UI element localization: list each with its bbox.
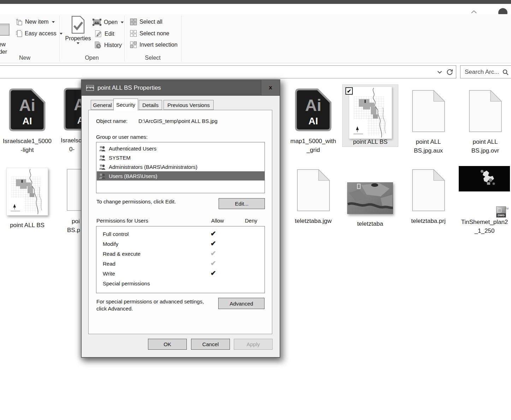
easy-access-label: Easy access bbox=[25, 30, 57, 37]
tab-previous-versions[interactable]: Previous Versions bbox=[164, 100, 214, 110]
tab-general[interactable]: General bbox=[91, 100, 114, 110]
svg-text:Ai: Ai bbox=[305, 96, 321, 114]
window-title-row bbox=[0, 4, 511, 14]
advanced-hint-line2: click Advanced. bbox=[96, 306, 133, 312]
file-label-fragment: 0- bbox=[69, 146, 75, 153]
apply-button: Apply bbox=[234, 339, 273, 350]
address-dropdown-chevron-icon[interactable] bbox=[437, 71, 442, 74]
search-box bbox=[460, 65, 511, 78]
new-item-button[interactable]: New item bbox=[16, 18, 55, 25]
file-label: -light bbox=[1, 146, 54, 154]
advanced-button[interactable]: Advanced bbox=[218, 298, 265, 309]
file-label: _grid bbox=[287, 146, 340, 154]
file-teletztaba-jgw[interactable]: teletztaba.jgw bbox=[287, 168, 340, 225]
open-dropdown-caret bbox=[121, 22, 124, 23]
file-label: BS.jpg.aux bbox=[402, 146, 455, 155]
address-bar[interactable] bbox=[0, 65, 456, 78]
edit-permissions-hint: To change permissions, click Edit. bbox=[96, 199, 176, 205]
file-point-all-bs-selected[interactable]: ✔ point ALL BS bbox=[342, 84, 398, 147]
user-name: Users (BARS\Users) bbox=[109, 173, 158, 179]
search-icon[interactable] bbox=[502, 69, 509, 76]
search-input[interactable] bbox=[464, 67, 501, 77]
svg-text:AI: AI bbox=[309, 116, 318, 126]
new-folder-label-line2: folder bbox=[0, 49, 7, 55]
file-label: teletztaba.prj bbox=[402, 217, 455, 225]
file-teletztaba-image[interactable]: teletztaba bbox=[344, 168, 397, 228]
permission-row-modify: Modify ✔ bbox=[96, 239, 265, 249]
file-point-all-bs-jpg-aux[interactable]: point ALLBS.jpg.aux bbox=[402, 89, 455, 155]
easy-access-button[interactable]: Easy access bbox=[16, 30, 63, 37]
easy-access-dropdown-caret bbox=[60, 33, 63, 35]
properties-label: Properties bbox=[64, 35, 92, 42]
document-file-icon bbox=[297, 169, 330, 211]
group-user-names-label: Group or user names: bbox=[96, 134, 148, 140]
new-folder-icon bbox=[0, 18, 11, 37]
new-item-icon bbox=[16, 18, 23, 25]
open-label: Open bbox=[104, 19, 118, 25]
file-label: BS.jpg.ovr bbox=[459, 146, 511, 155]
permissions-list: Full control ✔ Modify ✔ Read & execute ✔… bbox=[96, 226, 265, 293]
tab-details[interactable]: Details bbox=[139, 100, 162, 110]
file-label: point ALL BS bbox=[343, 138, 398, 146]
file-label: point ALL bbox=[402, 137, 455, 146]
advanced-hint-line1: For special permissions or advanced sett… bbox=[96, 298, 204, 304]
explorer-window: New folder New item Easy access New Prop… bbox=[0, 0, 511, 420]
group-user-names-list: Authenticated Users SYSTEM Administrator… bbox=[96, 142, 265, 193]
cancel-button[interactable]: Cancel bbox=[191, 339, 230, 350]
select-none-label: Select none bbox=[139, 30, 170, 37]
open-button[interactable]: Open bbox=[93, 19, 124, 26]
dwg-thumbnail-image bbox=[459, 166, 510, 191]
file-label: teletztaba bbox=[344, 219, 397, 228]
new-item-dropdown-caret bbox=[52, 21, 55, 23]
file-map1-5000-with-grid[interactable]: AiAI map1_5000_with_grid bbox=[287, 88, 340, 154]
ribbon-group-open-label: Open bbox=[59, 55, 124, 61]
group-users-icon bbox=[99, 164, 106, 170]
file-point-all-bs-jpg-ovr[interactable]: point ALLBS.jpg.ovr bbox=[459, 89, 511, 155]
permission-row-read: Read ✔ bbox=[96, 259, 265, 269]
document-file-icon bbox=[469, 90, 502, 132]
window-titlebar-strip bbox=[0, 0, 511, 4]
permission-row-full-control: Full control ✔ bbox=[96, 229, 265, 239]
security-tab-page: Object name: D:\ArcGIS_temp\point ALL BS… bbox=[88, 110, 272, 334]
file-label: TinShemet_plan2 bbox=[458, 218, 511, 226]
properties-button[interactable]: Properties bbox=[64, 16, 92, 44]
file-israelscale1-5000-light[interactable]: AiAI Israelscale1_5000-light bbox=[1, 88, 54, 154]
file-label: _1_250 bbox=[458, 226, 511, 235]
file-label-fragment: poi bbox=[72, 218, 80, 225]
ribbon-divider bbox=[181, 16, 182, 61]
allow-column-header: Allow bbox=[205, 218, 230, 224]
user-row-system[interactable]: SYSTEM bbox=[97, 153, 265, 162]
dwg-file-badge: DWG TM bbox=[496, 206, 507, 218]
selection-checkbox[interactable]: ✔ bbox=[345, 87, 353, 95]
ok-button[interactable]: OK bbox=[148, 339, 187, 350]
tab-security[interactable]: Security bbox=[113, 99, 138, 111]
edit-permissions-button[interactable]: Edit... bbox=[219, 198, 265, 209]
file-label: teletztaba.jgw bbox=[287, 217, 340, 225]
allow-check-icon: ✔ bbox=[206, 239, 220, 248]
refresh-icon[interactable] bbox=[446, 69, 453, 76]
file-point-all-bs-image[interactable]: point ALL BS bbox=[1, 167, 54, 230]
allow-check-icon: ✔ bbox=[206, 269, 220, 277]
aerial-photo-thumbnail bbox=[347, 182, 393, 214]
dialog-titlebar[interactable]: point ALL BS Properties bbox=[82, 80, 280, 96]
select-none-button[interactable]: Select none bbox=[130, 30, 170, 37]
edit-icon bbox=[95, 30, 102, 37]
new-item-label: New item bbox=[25, 19, 49, 25]
invert-selection-button[interactable]: Invert selection bbox=[130, 41, 178, 48]
properties-icon bbox=[71, 16, 85, 34]
file-teletztaba-prj[interactable]: teletztaba.prj bbox=[402, 168, 455, 225]
history-button[interactable]: History bbox=[94, 41, 122, 49]
ribbon-collapse-chevron-icon[interactable] bbox=[471, 10, 477, 14]
file-label-fragment: BS.p bbox=[67, 227, 80, 234]
select-all-icon bbox=[130, 18, 137, 25]
new-folder-label-line1: New bbox=[0, 41, 6, 47]
user-row-users[interactable]: Users (BARS\Users) bbox=[97, 171, 265, 181]
user-name: Administrators (BARS\Administrators) bbox=[109, 164, 197, 170]
user-row-administrators[interactable]: Administrators (BARS\Administrators) bbox=[97, 162, 265, 171]
edit-button[interactable]: Edit bbox=[95, 30, 114, 37]
group-users-icon bbox=[99, 173, 106, 179]
close-icon[interactable]: x bbox=[261, 80, 280, 96]
select-all-button[interactable]: Select all bbox=[130, 18, 162, 25]
ai-file-icon: AiAI bbox=[295, 88, 332, 131]
user-row-authenticated-users[interactable]: Authenticated Users bbox=[97, 144, 265, 153]
